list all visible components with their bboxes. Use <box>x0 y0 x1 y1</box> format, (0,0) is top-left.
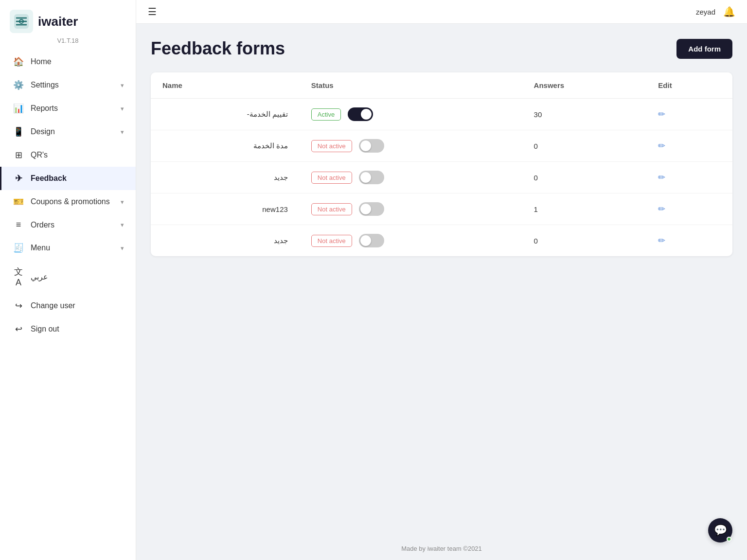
hamburger-button[interactable]: ☰ <box>148 6 157 18</box>
row-status: Active <box>300 99 522 130</box>
design-icon: 📱 <box>13 126 24 137</box>
col-answers: Answers <box>522 72 647 99</box>
row-edit: ✏ <box>646 162 732 193</box>
table-row: مدة الخدمةNot active0✏ <box>151 130 732 162</box>
sidebar-label-menu: Menu <box>31 244 114 252</box>
edit-button[interactable]: ✏ <box>658 141 665 151</box>
app-name: iwaiter <box>38 14 78 29</box>
row-name: new123 <box>151 193 300 225</box>
table-row: تقييم الخدمة-Active30✏ <box>151 99 732 130</box>
toggle-wrap <box>359 139 384 153</box>
toggle-label[interactable] <box>359 202 384 216</box>
main-area: ☰ zeyad 🔔 Feedback forms Add form Name S… <box>136 0 747 560</box>
sidebar-item-qrs[interactable]: ⊞ QR's <box>0 143 136 167</box>
sidebar-label-arabic: عربي <box>31 272 124 281</box>
row-name: تقييم الخدمة- <box>151 99 300 130</box>
toggle-label[interactable] <box>348 107 373 121</box>
status-badge: Active <box>311 108 341 121</box>
chat-icon: 💬 <box>714 524 727 537</box>
topbar-right: zeyad 🔔 <box>696 6 735 18</box>
forms-table-container: Name Status Answers Edit تقييم الخدمة-Ac… <box>151 72 732 256</box>
chat-online-dot <box>727 537 731 542</box>
sidebar-item-feedback[interactable]: ✈ Feedback <box>0 167 136 190</box>
sidebar-label-settings: Settings <box>31 81 114 89</box>
sidebar-label-feedback: Feedback <box>31 174 124 183</box>
username-label: zeyad <box>696 8 715 16</box>
sidebar-item-design[interactable]: 📱 Design ▾ <box>0 120 136 143</box>
status-badge: Not active <box>311 140 352 152</box>
coupons-icon: 🎫 <box>13 196 24 207</box>
sidebar-item-menu[interactable]: 🧾 Menu ▾ <box>0 236 136 260</box>
edit-button[interactable]: ✏ <box>658 236 665 245</box>
topbar: ☰ zeyad 🔔 <box>136 0 747 24</box>
sidebar-label-reports: Reports <box>31 104 114 113</box>
page-header: Feedback forms Add form <box>151 38 732 59</box>
sidebar-item-home[interactable]: 🏠 Home <box>0 50 136 73</box>
sidebar-item-orders[interactable]: ≡ Orders ▾ <box>0 213 136 236</box>
feedback-icon: ✈ <box>13 173 24 184</box>
sidebar-item-settings[interactable]: ⚙️ Settings ▾ <box>0 73 136 97</box>
toggle-wrap <box>359 202 384 216</box>
col-name: Name <box>151 72 300 99</box>
toggle-label[interactable] <box>359 234 384 247</box>
sidebar-item-changeuser[interactable]: ↪ Change user <box>0 294 136 317</box>
toggle-label[interactable] <box>359 171 384 184</box>
chevron-design: ▾ <box>121 128 124 136</box>
toggle-wrap <box>359 171 384 184</box>
logo-area: iwaiter <box>0 0 136 37</box>
page-title: Feedback forms <box>151 38 285 59</box>
add-form-button[interactable]: Add form <box>676 39 732 59</box>
edit-button[interactable]: ✏ <box>658 204 665 214</box>
col-edit: Edit <box>646 72 732 99</box>
sidebar-nav: 🏠 Home ⚙️ Settings ▾ 📊 Reports ▾ 📱 Desig… <box>0 50 136 341</box>
row-name: جديد <box>151 225 300 257</box>
sidebar-item-coupons[interactable]: 🎫 Coupons & promotions ▾ <box>0 190 136 213</box>
content-area: Feedback forms Add form Name Status Answ… <box>136 24 747 537</box>
sidebar-label-coupons: Coupons & promotions <box>31 197 114 206</box>
row-edit: ✏ <box>646 193 732 225</box>
status-badge: Not active <box>311 235 352 247</box>
row-answers: 1 <box>522 193 647 225</box>
row-answers: 30 <box>522 99 647 130</box>
row-answers: 0 <box>522 130 647 162</box>
toggle-wrap <box>348 107 373 121</box>
chat-bubble-button[interactable]: 💬 <box>708 518 732 542</box>
edit-button[interactable]: ✏ <box>658 173 665 182</box>
status-badge: Not active <box>311 172 352 184</box>
chevron-settings: ▾ <box>121 82 124 89</box>
row-edit: ✏ <box>646 99 732 130</box>
chevron-reports: ▾ <box>121 105 124 112</box>
sidebar: iwaiter V1.T.18 🏠 Home ⚙️ Settings ▾ 📊 R… <box>0 0 136 560</box>
table-row: جديدNot active0✏ <box>151 162 732 193</box>
chevron-coupons: ▾ <box>121 198 124 206</box>
signout-icon: ↩ <box>13 324 24 334</box>
row-answers: 0 <box>522 225 647 257</box>
row-edit: ✏ <box>646 225 732 257</box>
forms-table: Name Status Answers Edit تقييم الخدمة-Ac… <box>151 72 732 256</box>
row-name: جديد <box>151 162 300 193</box>
edit-button[interactable]: ✏ <box>658 109 665 119</box>
settings-icon: ⚙️ <box>13 80 24 90</box>
language-icon: 文A <box>13 266 24 288</box>
notification-bell-icon[interactable]: 🔔 <box>723 6 735 18</box>
row-status: Not active <box>300 130 522 162</box>
sidebar-item-reports[interactable]: 📊 Reports ▾ <box>0 97 136 120</box>
col-status: Status <box>300 72 522 99</box>
sidebar-label-signout: Sign out <box>31 325 124 333</box>
home-icon: 🏠 <box>13 56 24 67</box>
chevron-orders: ▾ <box>121 221 124 228</box>
sidebar-label-qrs: QR's <box>31 151 124 159</box>
sidebar-label-changeuser: Change user <box>31 301 124 310</box>
sidebar-item-signout[interactable]: ↩ Sign out <box>0 317 136 341</box>
table-row: new123Not active1✏ <box>151 193 732 225</box>
menu-icon: 🧾 <box>13 243 24 253</box>
row-edit: ✏ <box>646 130 732 162</box>
toggle-label[interactable] <box>359 139 384 153</box>
sidebar-item-arabic[interactable]: 文A عربي <box>0 260 136 294</box>
changeuser-icon: ↪ <box>13 300 24 311</box>
logo-icon <box>10 10 33 33</box>
sidebar-label-design: Design <box>31 127 114 136</box>
footer: Made by iwaiter team ©2021 <box>136 537 747 560</box>
orders-icon: ≡ <box>13 220 24 230</box>
row-status: Not active <box>300 162 522 193</box>
